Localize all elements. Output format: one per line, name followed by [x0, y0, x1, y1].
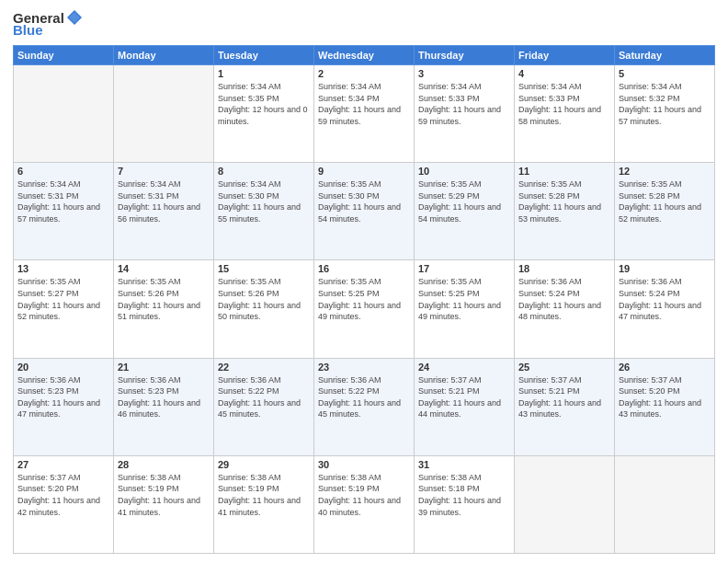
calendar-cell: 19Sunrise: 5:36 AMSunset: 5:24 PMDayligh…	[615, 260, 715, 358]
calendar-table: SundayMondayTuesdayWednesdayThursdayFrid…	[13, 45, 715, 554]
day-info: Sunrise: 5:35 AMSunset: 5:30 PMDaylight:…	[318, 178, 410, 224]
calendar-cell: 8Sunrise: 5:34 AMSunset: 5:30 PMDaylight…	[214, 163, 314, 260]
day-number: 23	[318, 362, 410, 373]
calendar-cell: 4Sunrise: 5:34 AMSunset: 5:33 PMDaylight…	[515, 65, 615, 163]
day-info: Sunrise: 5:36 AMSunset: 5:23 PMDaylight:…	[17, 374, 109, 420]
calendar-cell: 21Sunrise: 5:36 AMSunset: 5:23 PMDayligh…	[114, 358, 214, 455]
calendar-cell	[515, 455, 615, 553]
day-number: 18	[518, 263, 610, 274]
logo-text-blue: Blue	[13, 22, 43, 38]
day-info: Sunrise: 5:35 AMSunset: 5:26 PMDaylight:…	[218, 276, 310, 322]
day-info: Sunrise: 5:38 AMSunset: 5:19 PMDaylight:…	[118, 472, 210, 518]
calendar-cell: 2Sunrise: 5:34 AMSunset: 5:34 PMDaylight…	[314, 65, 415, 163]
day-number: 10	[418, 166, 510, 177]
calendar-cell	[114, 65, 214, 163]
day-info: Sunrise: 5:35 AMSunset: 5:29 PMDaylight:…	[418, 178, 510, 224]
calendar-cell: 30Sunrise: 5:38 AMSunset: 5:19 PMDayligh…	[314, 455, 415, 553]
calendar-cell: 1Sunrise: 5:34 AMSunset: 5:35 PMDaylight…	[214, 65, 314, 163]
day-info: Sunrise: 5:34 AMSunset: 5:31 PMDaylight:…	[17, 178, 109, 224]
page: General Blue SundayMondayTuesdayWednesda…	[0, 0, 728, 563]
day-number: 11	[518, 166, 610, 177]
day-number: 29	[218, 459, 310, 470]
day-info: Sunrise: 5:36 AMSunset: 5:24 PMDaylight:…	[518, 276, 610, 322]
day-info: Sunrise: 5:38 AMSunset: 5:19 PMDaylight:…	[218, 472, 310, 518]
day-info: Sunrise: 5:35 AMSunset: 5:28 PMDaylight:…	[619, 178, 711, 224]
calendar-cell	[14, 65, 114, 163]
calendar-cell: 7Sunrise: 5:34 AMSunset: 5:31 PMDaylight…	[114, 163, 214, 260]
svg-marker-1	[69, 12, 80, 23]
calendar-cell: 23Sunrise: 5:36 AMSunset: 5:22 PMDayligh…	[314, 358, 415, 455]
calendar-cell: 28Sunrise: 5:38 AMSunset: 5:19 PMDayligh…	[114, 455, 214, 553]
calendar-cell: 6Sunrise: 5:34 AMSunset: 5:31 PMDaylight…	[14, 163, 114, 260]
day-number: 27	[17, 459, 109, 470]
day-number: 15	[218, 263, 310, 274]
day-info: Sunrise: 5:34 AMSunset: 5:31 PMDaylight:…	[118, 178, 210, 224]
weekday-header-tuesday: Tuesday	[214, 46, 314, 65]
calendar-cell: 27Sunrise: 5:37 AMSunset: 5:20 PMDayligh…	[14, 455, 114, 553]
calendar-cell: 10Sunrise: 5:35 AMSunset: 5:29 PMDayligh…	[415, 163, 515, 260]
day-number: 6	[17, 166, 109, 177]
day-info: Sunrise: 5:38 AMSunset: 5:18 PMDaylight:…	[418, 472, 510, 518]
weekday-header-saturday: Saturday	[615, 46, 715, 65]
calendar-cell: 12Sunrise: 5:35 AMSunset: 5:28 PMDayligh…	[615, 163, 715, 260]
calendar-cell: 31Sunrise: 5:38 AMSunset: 5:18 PMDayligh…	[415, 455, 515, 553]
calendar-cell: 5Sunrise: 5:34 AMSunset: 5:32 PMDaylight…	[615, 65, 715, 163]
calendar-cell: 17Sunrise: 5:35 AMSunset: 5:25 PMDayligh…	[415, 260, 515, 358]
day-info: Sunrise: 5:34 AMSunset: 5:34 PMDaylight:…	[318, 81, 410, 127]
day-info: Sunrise: 5:36 AMSunset: 5:22 PMDaylight:…	[218, 374, 310, 420]
day-info: Sunrise: 5:37 AMSunset: 5:20 PMDaylight:…	[17, 472, 109, 518]
day-number: 2	[318, 68, 410, 79]
calendar-cell: 26Sunrise: 5:37 AMSunset: 5:20 PMDayligh…	[615, 358, 715, 455]
day-number: 25	[518, 362, 610, 373]
day-info: Sunrise: 5:36 AMSunset: 5:22 PMDaylight:…	[318, 374, 410, 420]
day-number: 3	[418, 68, 510, 79]
day-info: Sunrise: 5:34 AMSunset: 5:35 PMDaylight:…	[218, 81, 310, 127]
calendar-cell: 22Sunrise: 5:36 AMSunset: 5:22 PMDayligh…	[214, 358, 314, 455]
weekday-header-thursday: Thursday	[415, 46, 515, 65]
day-info: Sunrise: 5:36 AMSunset: 5:23 PMDaylight:…	[118, 374, 210, 420]
day-info: Sunrise: 5:34 AMSunset: 5:33 PMDaylight:…	[418, 81, 510, 127]
day-number: 1	[218, 68, 310, 79]
calendar-cell: 15Sunrise: 5:35 AMSunset: 5:26 PMDayligh…	[214, 260, 314, 358]
day-number: 26	[619, 362, 711, 373]
calendar-cell: 18Sunrise: 5:36 AMSunset: 5:24 PMDayligh…	[515, 260, 615, 358]
day-number: 31	[418, 459, 510, 470]
calendar-cell: 25Sunrise: 5:37 AMSunset: 5:21 PMDayligh…	[515, 358, 615, 455]
day-info: Sunrise: 5:34 AMSunset: 5:33 PMDaylight:…	[518, 81, 610, 127]
weekday-header-monday: Monday	[114, 46, 214, 65]
day-info: Sunrise: 5:34 AMSunset: 5:30 PMDaylight:…	[218, 178, 310, 224]
logo: General Blue	[13, 9, 83, 38]
day-number: 30	[318, 459, 410, 470]
calendar-cell	[615, 455, 715, 553]
calendar-cell: 16Sunrise: 5:35 AMSunset: 5:25 PMDayligh…	[314, 260, 415, 358]
calendar-cell: 29Sunrise: 5:38 AMSunset: 5:19 PMDayligh…	[214, 455, 314, 553]
day-number: 12	[619, 166, 711, 177]
weekday-header-sunday: Sunday	[14, 46, 114, 65]
day-number: 21	[118, 362, 210, 373]
day-info: Sunrise: 5:35 AMSunset: 5:25 PMDaylight:…	[418, 276, 510, 322]
day-number: 14	[118, 263, 210, 274]
day-number: 22	[218, 362, 310, 373]
day-info: Sunrise: 5:36 AMSunset: 5:24 PMDaylight:…	[619, 276, 711, 322]
calendar-cell: 13Sunrise: 5:35 AMSunset: 5:27 PMDayligh…	[14, 260, 114, 358]
day-number: 7	[118, 166, 210, 177]
day-info: Sunrise: 5:38 AMSunset: 5:19 PMDaylight:…	[318, 472, 410, 518]
day-info: Sunrise: 5:35 AMSunset: 5:27 PMDaylight:…	[17, 276, 109, 322]
day-info: Sunrise: 5:37 AMSunset: 5:20 PMDaylight:…	[619, 374, 711, 420]
day-info: Sunrise: 5:35 AMSunset: 5:25 PMDaylight:…	[318, 276, 410, 322]
day-number: 8	[218, 166, 310, 177]
calendar-cell: 11Sunrise: 5:35 AMSunset: 5:28 PMDayligh…	[515, 163, 615, 260]
day-number: 24	[418, 362, 510, 373]
logo-flag-icon	[66, 9, 83, 26]
calendar-cell: 20Sunrise: 5:36 AMSunset: 5:23 PMDayligh…	[14, 358, 114, 455]
day-number: 19	[619, 263, 711, 274]
day-number: 5	[619, 68, 711, 79]
day-number: 17	[418, 263, 510, 274]
day-number: 20	[17, 362, 109, 373]
calendar-cell: 9Sunrise: 5:35 AMSunset: 5:30 PMDaylight…	[314, 163, 415, 260]
day-info: Sunrise: 5:37 AMSunset: 5:21 PMDaylight:…	[518, 374, 610, 420]
day-number: 4	[518, 68, 610, 79]
header: General Blue	[13, 9, 715, 38]
day-info: Sunrise: 5:35 AMSunset: 5:28 PMDaylight:…	[518, 178, 610, 224]
weekday-header-wednesday: Wednesday	[314, 46, 415, 65]
